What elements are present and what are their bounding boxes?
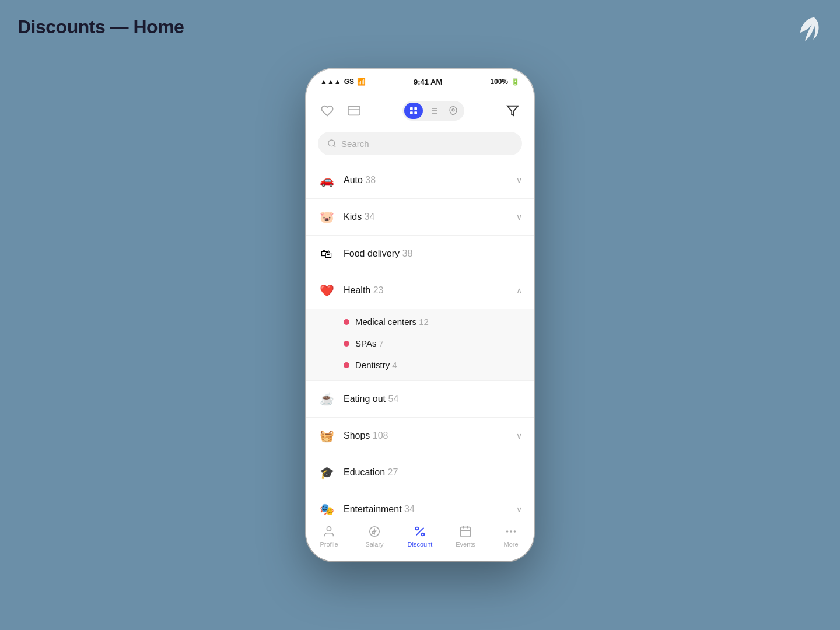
auto-label: Auto 38 — [344, 175, 508, 186]
phone-frame: ▲▲▲ GS 📶 9:41 AM 100% 🔋 — [306, 69, 534, 561]
svg-rect-0 — [348, 107, 360, 116]
education-label: Education 27 — [344, 467, 522, 478]
battery-text: 100% — [490, 78, 508, 86]
map-view-button[interactable] — [444, 103, 463, 119]
top-nav — [306, 94, 534, 127]
carrier-text: GS — [344, 78, 354, 86]
discount-icon — [413, 524, 427, 538]
search-placeholder: Search — [341, 139, 369, 149]
health-icon: ❤️ — [318, 282, 335, 299]
svg-point-26 — [510, 530, 512, 533]
auto-chevron: ∨ — [516, 176, 522, 185]
category-health[interactable]: ❤️ Health 23 ∧ Medical centers 12 SPAs 7… — [306, 272, 534, 381]
entertainment-chevron: ∨ — [516, 505, 522, 514]
spas-item[interactable]: SPAs 7 — [306, 332, 534, 354]
kids-label: Kids 34 — [344, 212, 508, 222]
heart-button[interactable] — [318, 102, 337, 120]
category-food[interactable]: 🛍 Food delivery 38 — [306, 236, 534, 272]
events-icon — [459, 524, 473, 538]
tab-salary[interactable]: Salary — [352, 524, 397, 548]
signal-icon: ▲▲▲ — [320, 78, 341, 86]
kids-chevron: ∨ — [516, 212, 522, 222]
eating-icon: ☕ — [318, 390, 335, 408]
svg-rect-5 — [414, 111, 417, 114]
svg-point-12 — [452, 109, 454, 111]
health-chevron: ∧ — [516, 286, 522, 295]
food-icon: 🛍 — [318, 245, 335, 262]
battery-icon: 🔋 — [511, 78, 520, 86]
grid-view-button[interactable] — [404, 103, 423, 119]
status-bar: ▲▲▲ GS 📶 9:41 AM 100% 🔋 — [306, 69, 534, 94]
page-title: Discounts — Home — [18, 16, 184, 38]
search-bar[interactable]: Search — [318, 132, 522, 155]
svg-point-25 — [506, 530, 509, 533]
svg-point-20 — [422, 533, 425, 536]
category-auto[interactable]: 🚗 Auto 38 ∨ — [306, 162, 534, 199]
tab-discount[interactable]: Discount — [397, 524, 443, 548]
tab-more[interactable]: More — [488, 524, 534, 548]
education-icon: 🎓 — [318, 464, 335, 481]
shops-chevron: ∨ — [516, 431, 522, 440]
medical-label: Medical centers 12 — [355, 317, 429, 327]
search-container: Search — [306, 127, 534, 162]
filter-button[interactable] — [503, 102, 522, 120]
tab-events[interactable]: Events — [443, 524, 488, 548]
salary-label: Salary — [365, 541, 383, 548]
entertainment-label: Entertainment 34 — [344, 504, 508, 514]
svg-point-16 — [327, 526, 331, 530]
dentistry-label: Dentistry 4 — [355, 360, 397, 370]
status-left: ▲▲▲ GS 📶 — [320, 78, 366, 86]
category-list: 🚗 Auto 38 ∨ 🐷 Kids 34 ∨ 🛍 Food delivery … — [306, 162, 534, 514]
svg-rect-21 — [461, 527, 471, 537]
more-label: More — [503, 541, 518, 548]
dentistry-item[interactable]: Dentistry 4 — [306, 354, 534, 376]
status-time: 9:41 AM — [414, 78, 442, 86]
category-shops[interactable]: 🧺 Shops 108 ∨ — [306, 418, 534, 454]
search-icon — [327, 139, 337, 148]
medical-dot — [344, 319, 349, 325]
spas-label: SPAs 7 — [355, 338, 384, 348]
svg-point-14 — [328, 140, 335, 146]
svg-line-15 — [334, 145, 335, 147]
svg-point-19 — [416, 527, 419, 530]
nav-left — [318, 102, 363, 120]
brand-logo — [792, 12, 822, 42]
dentistry-dot — [344, 362, 349, 368]
discount-label: Discount — [408, 541, 433, 548]
view-toggle — [402, 101, 464, 121]
category-education[interactable]: 🎓 Education 27 — [306, 454, 534, 491]
profile-icon — [322, 524, 336, 538]
svg-rect-4 — [410, 111, 413, 114]
eating-label: Eating out 54 — [344, 394, 522, 404]
more-icon — [504, 524, 518, 538]
svg-point-27 — [514, 530, 516, 533]
entertainment-icon: 🎭 — [318, 501, 335, 514]
category-eating[interactable]: ☕ Eating out 54 — [306, 381, 534, 418]
tab-profile[interactable]: Profile — [306, 524, 352, 548]
medical-centers-item[interactable]: Medical centers 12 — [306, 311, 534, 332]
events-label: Events — [456, 541, 475, 548]
salary-icon — [368, 524, 382, 538]
svg-marker-13 — [508, 106, 518, 116]
category-kids[interactable]: 🐷 Kids 34 ∨ — [306, 199, 534, 236]
kids-icon: 🐷 — [318, 208, 335, 226]
spas-dot — [344, 341, 349, 346]
svg-line-18 — [416, 527, 424, 535]
shops-icon: 🧺 — [318, 427, 335, 444]
food-label: Food delivery 38 — [344, 249, 522, 259]
category-entertainment[interactable]: 🎭 Entertainment 34 ∨ — [306, 491, 534, 514]
status-right: 100% 🔋 — [490, 78, 520, 86]
profile-label: Profile — [320, 541, 338, 548]
health-sub-items: Medical centers 12 SPAs 7 Dentistry 4 — [306, 309, 534, 380]
card-button[interactable] — [345, 102, 363, 120]
svg-rect-3 — [414, 107, 417, 110]
bottom-nav: Profile Salary Discount — [306, 514, 534, 561]
auto-icon: 🚗 — [318, 172, 335, 189]
svg-rect-2 — [410, 107, 413, 110]
wifi-icon: 📶 — [357, 78, 366, 86]
shops-label: Shops 108 — [344, 430, 508, 441]
health-label: Health 23 — [344, 285, 508, 296]
list-view-button[interactable] — [424, 103, 443, 119]
